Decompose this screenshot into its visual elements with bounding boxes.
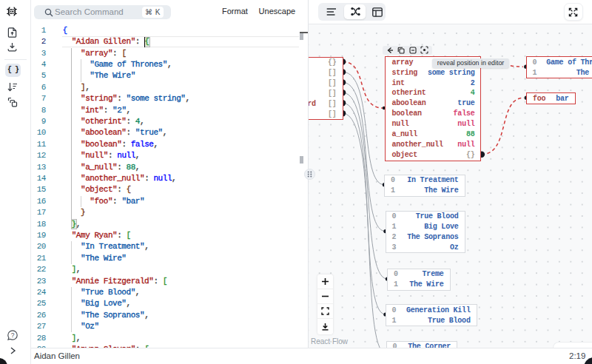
svg-text:?: ?: [11, 331, 15, 339]
